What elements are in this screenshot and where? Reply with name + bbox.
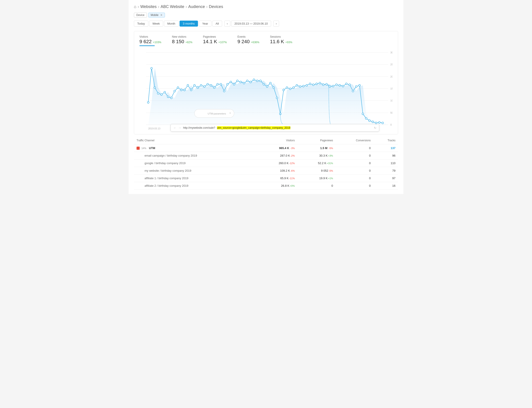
svg-marker-14: [148, 68, 386, 125]
stat-new-visitors-value: 8 150 +82%: [172, 39, 192, 44]
svg-point-68: [322, 84, 324, 85]
channel-name: UTM: [149, 146, 155, 150]
sub-channel-name: google / birthday company 2019: [137, 162, 185, 165]
svg-text:0: 0: [390, 123, 392, 126]
svg-point-32: [203, 85, 205, 87]
pageviews-cell: 30.3 K+3%: [297, 152, 336, 160]
pageviews-cell: 52.2 K+31%: [297, 160, 336, 167]
svg-point-78: [355, 85, 357, 87]
svg-point-66: [316, 83, 317, 85]
col-header-conversions: Conversions: [336, 137, 373, 144]
col-header-channel: Traffic Channel: [134, 137, 257, 144]
channel-cell: google / birthday company 2019: [134, 160, 257, 167]
url-back-arrow[interactable]: ←: [173, 126, 176, 130]
date-next[interactable]: ›: [273, 21, 279, 26]
filter-mobile-close[interactable]: ✕: [160, 14, 163, 17]
conversions-cell: 0: [336, 175, 373, 182]
svg-point-82: [369, 120, 370, 122]
filter-tags: Device Mobile ✕: [134, 13, 398, 17]
svg-point-34: [210, 84, 212, 86]
svg-point-41: [233, 83, 235, 85]
svg-point-27: [187, 84, 189, 86]
svg-point-46: [250, 81, 252, 83]
filter-mobile[interactable]: Mobile ✕: [148, 13, 165, 17]
svg-point-49: [260, 80, 261, 82]
sub-channel-name: affiliate 2 / birthday company 2019: [137, 184, 188, 187]
stat-visitors-value: 9 622 +103%: [140, 39, 161, 44]
svg-point-37: [220, 83, 222, 85]
date-btn-month[interactable]: Month: [164, 21, 179, 26]
stat-pageviews: Pageviews 14.1 K +107%: [203, 35, 227, 46]
svg-point-25: [180, 89, 182, 91]
breadcrumb-audience[interactable]: Audience: [188, 4, 205, 9]
svg-point-51: [266, 85, 268, 87]
svg-point-15: [148, 102, 149, 103]
date-btn-all[interactable]: All: [212, 21, 222, 26]
svg-point-21: [167, 96, 169, 98]
svg-point-62: [303, 85, 304, 87]
svg-point-79: [359, 84, 360, 86]
url-bar[interactable]: ← → http://mywebsite.com/sale?utm_source…: [170, 124, 379, 132]
breadcrumb-websites[interactable]: Websites: [140, 4, 157, 9]
url-forward-arrow[interactable]: →: [178, 126, 181, 130]
table-row: email campaign / birthday company 2019 2…: [134, 152, 398, 160]
col-header-tracks: Tracks: [373, 137, 398, 144]
svg-point-85: [378, 122, 380, 123]
svg-point-59: [293, 87, 294, 89]
svg-point-63: [306, 84, 308, 86]
svg-point-58: [289, 88, 291, 90]
stat-sessions: Sessions 11.6 K +93%: [270, 35, 292, 46]
table-row: google / birthday company 2019 260.0 K-1…: [134, 160, 398, 167]
conversions-cell: 0: [336, 152, 373, 160]
svg-point-71: [332, 85, 334, 87]
svg-point-81: [365, 117, 367, 119]
svg-point-86: [382, 122, 384, 124]
stat-new-visitors-label: New visitors: [172, 35, 192, 38]
visitors-cell: 65.9 K-11%: [257, 175, 297, 182]
svg-point-67: [319, 82, 321, 84]
table-row: affiliate 1 / birthday company 2019 65.9…: [134, 175, 398, 182]
svg-point-42: [236, 80, 238, 82]
breadcrumb-abc[interactable]: ABC Website: [161, 4, 184, 9]
stats-row: Visitors 9 622 +103% New visitors 8 150 …: [140, 35, 392, 46]
tracks-cell: 79: [373, 167, 398, 175]
stat-new-visitors: New visitors 8 150 +82%: [172, 35, 192, 46]
date-btn-3months[interactable]: 3 months: [180, 21, 198, 26]
stat-events-label: Events: [237, 35, 259, 38]
date-btn-week[interactable]: Week: [149, 21, 163, 26]
svg-text:250: 250: [390, 63, 392, 66]
traffic-table: Traffic Channel Visitors Pageviews Conve…: [134, 137, 398, 190]
svg-point-57: [286, 87, 288, 89]
svg-point-20: [164, 91, 166, 93]
svg-text:50: 50: [390, 111, 392, 114]
visitors-cell: 260.0 K-12%: [257, 160, 297, 167]
reload-icon[interactable]: ↻: [374, 126, 376, 130]
date-btn-year[interactable]: Year: [199, 21, 211, 26]
svg-point-53: [273, 87, 275, 89]
date-btn-today[interactable]: Today: [134, 21, 148, 26]
stat-pageviews-value: 14.1 K +107%: [203, 39, 227, 44]
svg-point-33: [207, 83, 209, 85]
svg-point-48: [256, 80, 258, 82]
svg-point-19: [160, 94, 162, 95]
svg-point-77: [352, 90, 354, 92]
visitors-cell: 287.0 K-2%: [257, 152, 297, 160]
svg-point-83: [372, 121, 374, 123]
svg-point-56: [283, 89, 284, 91]
stat-visitors-underline: [140, 45, 155, 46]
date-prev[interactable]: ‹: [224, 21, 230, 26]
date-controls: Today Week Month 3 months Year All ‹ 201…: [134, 21, 398, 26]
table-row: affiliate 2 / birthday company 2019 26.8…: [134, 182, 398, 190]
channel-cell: affiliate 1 / birthday company 2019: [134, 175, 257, 182]
svg-point-52: [270, 82, 271, 84]
breadcrumb: ⌂ › Websites › ABC Website › Audience › …: [134, 4, 398, 9]
conversions-cell: 0: [336, 160, 373, 167]
svg-point-38: [223, 90, 225, 92]
svg-point-43: [240, 81, 242, 83]
filter-device[interactable]: Device: [134, 13, 147, 17]
home-icon[interactable]: ⌂: [134, 4, 136, 9]
breadcrumb-devices[interactable]: Devices: [209, 4, 223, 9]
table-row: 14% UTM 965.4 K -3% 1.5 M -5% 0 137: [134, 144, 398, 152]
svg-point-65: [313, 84, 314, 85]
svg-point-73: [339, 84, 341, 86]
